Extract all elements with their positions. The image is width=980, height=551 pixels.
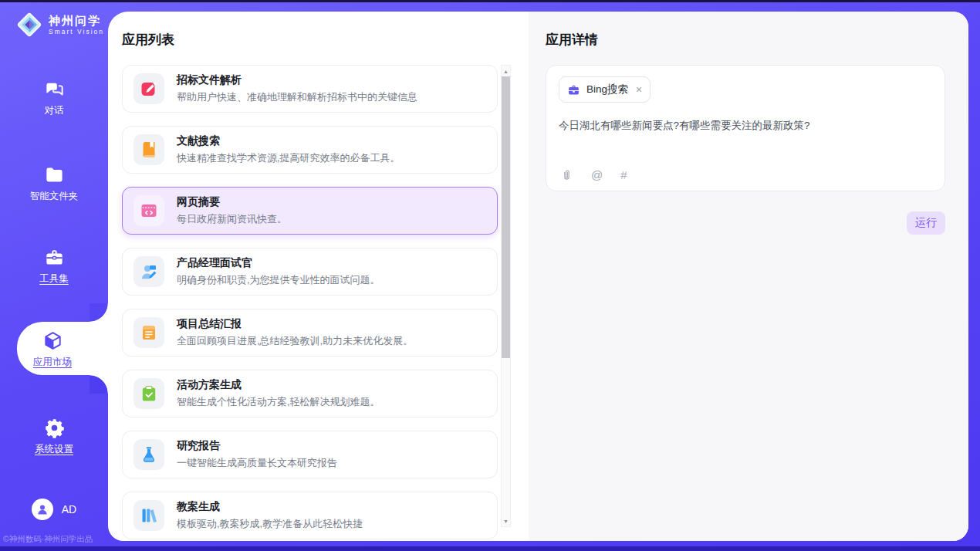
sidebar-item-label: 智能文件夹	[30, 191, 79, 201]
window-bottom-edge	[0, 546, 980, 551]
user-initials: AD	[62, 503, 76, 516]
chat-icon	[44, 79, 65, 100]
clipboard-check-icon	[133, 378, 164, 409]
scrollbar[interactable]: ▲ ▼	[501, 65, 511, 527]
app-list-item[interactable]: 教案生成 模板驱动,教案秒成,教学准备从此轻松快捷	[122, 492, 498, 539]
sidebar-nav: 对话 智能文件夹 工具集 应用市场 系统设置	[0, 79, 108, 455]
sidebar-item-label: 对话	[45, 105, 64, 116]
app-list-item[interactable]: 文献搜索 快速精准查找学术资源,提高研究效率的必备工具。	[122, 126, 498, 174]
run-button[interactable]: 运行	[907, 211, 945, 235]
app-title: 研究报告	[177, 439, 337, 451]
hash-icon[interactable]: #	[620, 168, 627, 181]
sidebar-item-chat[interactable]: 对话	[0, 79, 108, 116]
app-list-item[interactable]: 研究报告 一键智能生成高质量长文本研究报告	[122, 431, 498, 478]
tool-tag-bing-search[interactable]: Bing搜索 ×	[559, 76, 651, 103]
app-desc: 一键智能生成高质量长文本研究报告	[177, 456, 337, 470]
toolbox-icon	[44, 247, 65, 268]
sidebar: 神州问学 Smart Vision 对话 智能文件夹 工具集 应用市场 系统设置…	[0, 0, 108, 551]
app-list-item[interactable]: 项目总结汇报 全面回顾项目进展,总结经验教训,助力未来优化发展。	[122, 309, 498, 357]
app-detail-panel: 应用详情 Bing搜索 × 今日湖北有哪些新闻要点?有哪些需要关注的最新政策? …	[529, 12, 968, 541]
interviewer-icon	[133, 256, 164, 287]
diamond-logo-icon	[15, 11, 43, 39]
app-detail-title: 应用详情	[546, 31, 945, 49]
sidebar-item-smart-folder[interactable]: 智能文件夹	[0, 164, 108, 201]
app-desc: 每日政府新闻资讯快查。	[177, 212, 287, 226]
briefcase-icon	[567, 83, 580, 96]
content-panel: 应用列表 招标文件解析 帮助用户快速、准确地理解和解析招标书中的关键信息 文献搜…	[108, 12, 968, 541]
sidebar-item-toolset[interactable]: 工具集	[0, 247, 108, 284]
query-input[interactable]: 今日湖北有哪些新闻要点?有哪些需要关注的最新政策?	[559, 118, 932, 133]
user-account[interactable]: AD	[32, 499, 76, 520]
app-desc: 智能生成个性化活动方案,轻松解决规划难题。	[177, 395, 380, 409]
app-title: 文献搜索	[177, 134, 400, 147]
app-desc: 全面回顾项目进展,总结经验教训,助力未来优化发展。	[177, 334, 413, 348]
scrollbar-thumb[interactable]	[502, 76, 510, 358]
app-list: 招标文件解析 帮助用户快速、准确地理解和解析招标书中的关键信息 文献搜索 快速精…	[122, 65, 498, 539]
window-top-edge	[0, 0, 980, 2]
tool-tag-label: Bing搜索	[586, 83, 628, 96]
bid-edit-icon	[133, 73, 164, 104]
attachment-toolbar: @#	[560, 168, 627, 181]
app-title: 活动方案生成	[177, 378, 380, 390]
app-desc: 快速精准查找学术资源,提高研究效率的必备工具。	[177, 151, 400, 165]
app-desc: 模板驱动,教案秒成,教学准备从此轻松快捷	[177, 517, 363, 531]
app-title: 项目总结汇报	[177, 317, 413, 330]
app-list-item[interactable]: 活动方案生成 智能生成个性化活动方案,轻松解决规划难题。	[122, 370, 498, 417]
at-icon[interactable]: @	[591, 168, 603, 181]
scroll-down-button[interactable]: ▼	[502, 516, 510, 526]
gear-icon	[44, 417, 65, 438]
sidebar-item-label: 系统设置	[35, 444, 73, 455]
app-desc: 帮助用户快速、准确地理解和解析招标书中的关键信息	[177, 90, 417, 104]
close-icon[interactable]: ×	[636, 83, 642, 96]
app-title: 网页摘要	[177, 195, 287, 208]
paperclip-icon[interactable]	[560, 168, 573, 181]
book-icon	[133, 134, 164, 165]
note-icon	[133, 317, 164, 348]
folder-icon	[44, 164, 65, 185]
scroll-up-button[interactable]: ▲	[502, 66, 510, 76]
sidebar-item-label: 应用市场	[33, 357, 72, 367]
browser-icon	[133, 195, 164, 226]
app-title: 教案生成	[177, 500, 363, 512]
app-list-panel: 应用列表 招标文件解析 帮助用户快速、准确地理解和解析招标书中的关键信息 文献搜…	[108, 12, 529, 541]
app-title: 产品经理面试官	[177, 256, 380, 269]
app-title: 招标文件解析	[177, 73, 417, 86]
research-icon	[133, 439, 164, 470]
brand-name: 神州问学	[49, 14, 104, 27]
copyright-footer: ©神州数码·神州问学出品	[3, 534, 93, 545]
books-icon	[133, 500, 164, 531]
avatar[interactable]	[32, 499, 53, 520]
app-desc: 明确身份和职责,为您提供专业性的面试问题。	[177, 273, 380, 287]
brand: 神州问学 Smart Vision	[15, 11, 104, 39]
prompt-card: Bing搜索 × 今日湖北有哪些新闻要点?有哪些需要关注的最新政策? @#	[546, 65, 945, 191]
sidebar-item-label: 工具集	[39, 273, 69, 284]
app-list-title: 应用列表	[122, 31, 498, 49]
sidebar-item-settings[interactable]: 系统设置	[0, 417, 108, 455]
app-list-item[interactable]: 产品经理面试官 明确身份和职责,为您提供专业性的面试问题。	[122, 248, 498, 296]
brand-subtitle: Smart Vision	[49, 28, 104, 35]
sidebar-item-app-market[interactable]: 应用市场	[17, 322, 108, 375]
app-list-item[interactable]: 招标文件解析 帮助用户快速、准确地理解和解析招标书中的关键信息	[122, 65, 498, 113]
cube-icon	[42, 330, 63, 351]
app-list-item[interactable]: 网页摘要 每日政府新闻资讯快查。	[122, 187, 498, 235]
